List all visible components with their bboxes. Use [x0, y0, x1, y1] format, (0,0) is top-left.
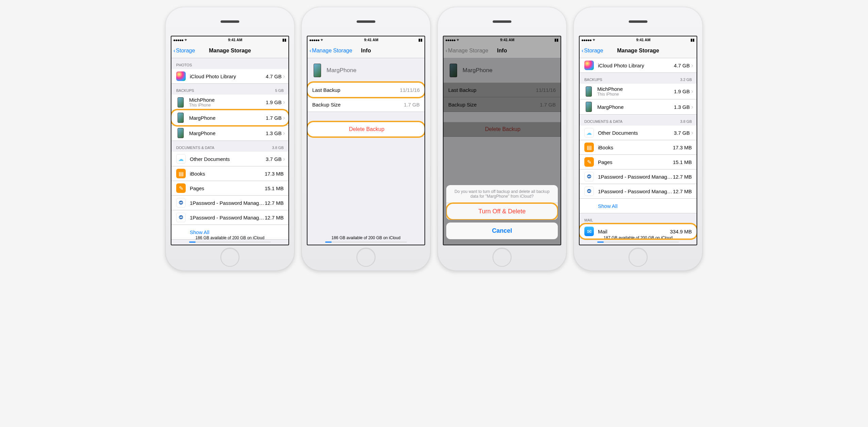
storage-progress-bar	[189, 242, 271, 243]
device-icon	[178, 97, 184, 108]
row-other-documents[interactable]: ☁ Other Documents 3.7 GB ›	[171, 152, 288, 166]
row-other-documents[interactable]: ☁ Other Documents 3.7 GB ›	[580, 126, 697, 140]
chevron-right-icon: ›	[283, 130, 285, 137]
phone-mockup-2: ᯤ 9:41 AM ▮▮ ‹ Manage Storage Info MargP…	[301, 7, 431, 271]
phone-mockup-4: ᯤ 9:41 AM ▮▮ ‹ Storage Manage Storage iC…	[573, 7, 703, 271]
screen-4: ᯤ 9:41 AM ▮▮ ‹ Storage Manage Storage iC…	[579, 36, 697, 245]
cell-value: 1.3 GB	[266, 130, 282, 136]
chevron-right-icon: ›	[283, 114, 285, 121]
chevron-left-icon: ‹	[173, 48, 175, 54]
phone-mockup-1: ᯤ 9:41 AM ▮▮ ‹ Storage Manage Storage PH…	[165, 7, 295, 271]
cell-value: 17.3 MB	[673, 145, 692, 150]
back-button[interactable]: ‹ Storage	[171, 48, 195, 54]
row-ibooks[interactable]: ▤ iBooks 17.3 MB	[171, 166, 288, 181]
row-icloud-photo-library[interactable]: iCloud Photo Library 4.7 GB ›	[171, 69, 288, 84]
chevron-right-icon: ›	[691, 62, 693, 69]
row-pages[interactable]: ✎ Pages 15.1 MB	[171, 181, 288, 196]
cell-label: Other Documents	[598, 130, 674, 136]
cell-label: MichPhone This iPhone	[189, 97, 266, 108]
status-time: 9:41 AM	[228, 38, 243, 42]
cell-label: 1Password - Password Manager an...	[598, 188, 673, 194]
onepassword-icon: ⓵	[176, 198, 186, 208]
back-button[interactable]: ‹ Storage	[580, 48, 603, 54]
section-header-documents: DOCUMENTS & DATA 3.8 GB	[580, 115, 697, 126]
cell-value: 11/11/16	[400, 87, 420, 93]
battery-icon: ▮▮	[554, 38, 558, 42]
content-area[interactable]: PHOTOS iCloud Photo Library 4.7 GB › BAC…	[171, 58, 288, 245]
cell-label: Backup Size	[312, 102, 404, 108]
row-1password-1[interactable]: ⓵ 1Password - Password Manager an... 12.…	[580, 169, 697, 184]
row-backup-michphone[interactable]: MichPhone This iPhone 1.9 GB ›	[580, 84, 697, 99]
cell-label: Mail	[598, 229, 670, 234]
photos-icon	[584, 61, 594, 70]
row-backup-michphone[interactable]: MichPhone This iPhone 1.9 GB ›	[171, 95, 288, 110]
row-ibooks[interactable]: ▤ iBooks 17.3 MB	[580, 140, 697, 155]
row-1password-2[interactable]: ⓵ 1Password - Password Manager an... 12.…	[580, 184, 697, 199]
content-area[interactable]: MargPhone Last Backup 11/11/16 Backup Si…	[307, 58, 424, 245]
row-pages[interactable]: ✎ Pages 15.1 MB	[580, 155, 697, 169]
cloud-icon: ☁	[584, 128, 594, 137]
chevron-left-icon: ‹	[446, 48, 447, 54]
cell-value: 1.7 GB	[404, 102, 420, 108]
content-area[interactable]: iCloud Photo Library 4.7 GB › BACKUPS 3.…	[580, 58, 697, 245]
onepassword-icon: ⓵	[584, 186, 594, 196]
back-label: Manage Storage	[448, 48, 488, 54]
cell-label: 1Password - Password Manager an...	[190, 200, 265, 206]
nav-bar: ‹ Storage Manage Storage	[171, 43, 288, 58]
delete-backup-button[interactable]: Delete Backup	[307, 122, 424, 137]
row-last-backup: Last Backup 11/11/16	[307, 83, 424, 97]
back-button[interactable]: ‹ Manage Storage	[307, 48, 352, 54]
cell-value: 1.9 GB	[674, 88, 690, 94]
cell-value: 4.7 GB	[674, 63, 690, 68]
battery-icon: ▮▮	[690, 38, 695, 42]
action-sheet: Do you want to turn off backup and delet…	[446, 185, 558, 242]
cancel-button[interactable]: Cancel	[446, 223, 558, 239]
cell-value: 12.7 MB	[265, 215, 284, 220]
cell-label: Other Documents	[190, 156, 266, 162]
cell-value: 1.3 GB	[674, 104, 690, 110]
turn-off-delete-button[interactable]: Turn Off & Delete	[446, 203, 558, 220]
back-label: Storage	[176, 48, 195, 54]
cell-value: 4.7 GB	[266, 73, 282, 79]
device-icon	[586, 102, 592, 112]
content-area: MargPhone Last Backup 11/11/16 Backup Si…	[444, 58, 561, 245]
screen-2: ᯤ 9:41 AM ▮▮ ‹ Manage Storage Info MargP…	[307, 36, 425, 245]
storage-progress-bar	[325, 242, 407, 243]
pages-icon: ✎	[584, 157, 594, 167]
status-bar: ᯤ 9:41 AM ▮▮	[171, 36, 288, 43]
photos-icon	[176, 71, 186, 81]
section-header-backups: BACKUPS 5 GB	[171, 84, 288, 95]
cell-value: 334.9 MB	[670, 229, 692, 234]
status-time: 9:41 AM	[500, 38, 515, 42]
device-name: MargPhone	[327, 67, 421, 74]
cell-label: iCloud Photo Library	[598, 63, 674, 68]
row-backup-size: Backup Size 1.7 GB	[307, 97, 424, 112]
cell-label: MichPhone This iPhone	[597, 86, 674, 97]
cell-label: 1Password - Password Manager an...	[190, 215, 265, 220]
onepassword-icon: ⓵	[176, 213, 186, 222]
row-1password-2[interactable]: ⓵ 1Password - Password Manager an... 12.…	[171, 210, 288, 225]
device-icon	[178, 113, 184, 123]
cell-value: 12.7 MB	[673, 188, 692, 194]
row-backup-margphone-1[interactable]: MargPhone 1.7 GB ›	[171, 110, 288, 126]
nav-bar: ‹ Manage Storage Info	[444, 43, 561, 58]
device-icon	[178, 128, 184, 138]
phone-mockup-3: ᯤ 9:41 AM ▮▮ ‹ Manage Storage Info MargP…	[437, 7, 567, 271]
show-all-button[interactable]: Show All	[580, 199, 697, 213]
back-label: Manage Storage	[312, 48, 352, 54]
ibooks-icon: ▤	[176, 169, 186, 178]
row-1password-1[interactable]: ⓵ 1Password - Password Manager an... 12.…	[171, 196, 288, 210]
row-backup-margphone[interactable]: MargPhone 1.3 GB ›	[580, 99, 697, 115]
chevron-left-icon: ‹	[582, 48, 583, 54]
row-backup-margphone-2[interactable]: MargPhone 1.3 GB ›	[171, 126, 288, 141]
battery-icon: ▮▮	[282, 38, 286, 42]
cell-value: 12.7 MB	[673, 174, 692, 180]
cell-value: 15.1 MB	[673, 159, 692, 165]
device-header: MargPhone	[307, 58, 424, 83]
status-bar: ᯤ 9:41 AM ▮▮	[307, 36, 424, 43]
storage-footer: 187 GB available of 200 GB on iCloud	[580, 235, 697, 243]
device-icon	[586, 86, 592, 97]
row-icloud-photo-library[interactable]: iCloud Photo Library 4.7 GB ›	[580, 58, 697, 73]
cell-value: 15.1 MB	[265, 185, 284, 191]
sheet-message: Do you want to turn off backup and delet…	[446, 185, 558, 203]
